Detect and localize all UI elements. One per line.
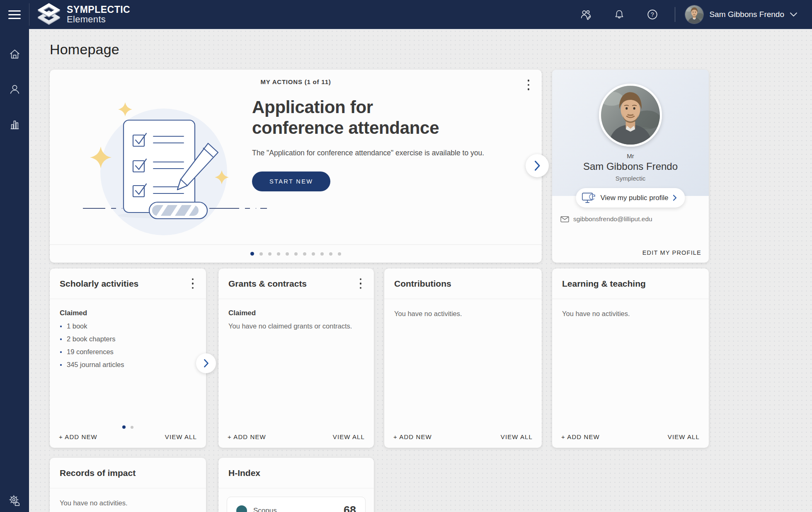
- my-actions-card: MY ACTIONS (1 of 11): [50, 70, 542, 263]
- impersonate-icon: [580, 9, 591, 20]
- my-actions-menu-button[interactable]: [525, 77, 532, 93]
- card-title: Records of impact: [60, 468, 136, 478]
- left-sidebar: [0, 29, 29, 512]
- user-name: Sam Gibbons Frendo: [709, 10, 784, 19]
- carousel-dot[interactable]: [268, 252, 271, 256]
- page-title: Homepage: [50, 41, 119, 58]
- email-envelope-icon: [560, 216, 569, 222]
- add-new-button[interactable]: + ADD NEW: [561, 433, 600, 440]
- empty-state-text: You have no claimed grants or contracts.: [228, 321, 353, 331]
- carousel-dot[interactable]: [294, 252, 298, 256]
- carousel-next-button[interactable]: [526, 154, 549, 177]
- user-avatar: [685, 5, 703, 24]
- notifications-bell-icon: [614, 9, 625, 20]
- list-item: 19 conferences: [60, 348, 196, 356]
- user-avatar-photo: [685, 5, 703, 24]
- profile-header: Mr Sam Gibbons Frendo Symplectic: [552, 70, 709, 196]
- view-all-button[interactable]: VIEW ALL: [165, 433, 197, 440]
- menu-button[interactable]: [0, 0, 29, 29]
- list-item: 2 book chapters: [60, 335, 196, 343]
- help-icon: ?: [647, 9, 658, 20]
- view-all-button[interactable]: VIEW ALL: [668, 433, 700, 440]
- profile-card: Mr Sam Gibbons Frendo Symplectic View my…: [552, 70, 709, 263]
- profile-email-row: sgibbonsfrendo@lilliput.edu: [560, 215, 652, 223]
- metric-value: 68: [344, 504, 356, 512]
- view-public-profile-button[interactable]: View my public profile: [576, 188, 685, 208]
- card-title: H-Index: [228, 468, 260, 478]
- chevron-right-icon: [535, 161, 540, 171]
- carousel-dot[interactable]: [259, 252, 263, 256]
- symplectic-logo-icon: [37, 2, 61, 27]
- card-title: Scholarly activities: [60, 279, 138, 289]
- logo-subtitle: Elements: [67, 15, 130, 24]
- h-index-card: H-Index Scopus 68: [218, 458, 374, 512]
- carousel-dot[interactable]: [329, 252, 332, 256]
- reporting-bar-chart-icon: [9, 119, 20, 130]
- top-header: SYMPLECTIC Elements ?: [0, 0, 812, 29]
- records-of-impact-card: Records of impact You have no activities…: [50, 458, 206, 512]
- logo-title: SYMPLECTIC: [67, 5, 130, 14]
- card-menu-button[interactable]: [357, 276, 364, 292]
- contributions-card: Contributions You have no activities. + …: [384, 268, 542, 448]
- carousel-dot[interactable]: [286, 252, 289, 256]
- impersonate-button[interactable]: [569, 9, 603, 20]
- profile-avatar: [599, 84, 662, 147]
- add-new-button[interactable]: + ADD NEW: [228, 433, 266, 440]
- carousel-dot[interactable]: [312, 252, 315, 256]
- edit-profile-button[interactable]: EDIT MY PROFILE: [642, 249, 701, 256]
- public-profile-monitor-icon: [582, 192, 596, 203]
- section-heading: Claimed: [228, 309, 364, 317]
- empty-state-text: You have no activities.: [394, 309, 519, 319]
- metric-source: Scopus: [253, 507, 344, 512]
- scholarly-activities-card: Scholarly activities Claimed 1 book2 boo…: [50, 268, 206, 448]
- chevron-right-icon: [204, 359, 208, 367]
- scopus-dot-icon: [236, 505, 247, 512]
- svg-text:?: ?: [651, 11, 654, 18]
- list-item: 345 journal articles: [60, 361, 196, 369]
- profile-salutation: Mr: [552, 152, 709, 159]
- help-button[interactable]: ?: [636, 9, 669, 20]
- profile-email: sgibbonsfrendo@lilliput.edu: [573, 215, 652, 223]
- learning-teaching-card: Learning & teaching You have no activiti…: [552, 268, 709, 448]
- start-new-button[interactable]: START NEW: [252, 171, 330, 191]
- checklist-illustration: [83, 87, 274, 244]
- carousel-dot[interactable]: [303, 252, 306, 256]
- sidebar-item-home[interactable]: [0, 48, 29, 60]
- add-new-button[interactable]: + ADD NEW: [393, 433, 432, 440]
- card-menu-button[interactable]: [189, 276, 196, 292]
- profile-person-icon: [9, 84, 20, 95]
- profile-avatar-photo: [601, 86, 660, 145]
- action-content: Application for conference attendance Th…: [252, 97, 492, 191]
- empty-state-text: You have no activities.: [60, 498, 184, 508]
- carousel-dots: [50, 244, 542, 263]
- user-menu[interactable]: Sam Gibbons Frendo: [679, 5, 797, 24]
- action-description: The "Application for conference attendan…: [252, 149, 492, 157]
- sidebar-item-reporting[interactable]: [0, 118, 29, 130]
- view-all-button[interactable]: VIEW ALL: [501, 433, 533, 440]
- empty-state-text: You have no activities.: [562, 309, 686, 319]
- header-divider: [675, 7, 675, 22]
- sidebar-item-settings[interactable]: [0, 495, 29, 506]
- header-actions: ? Sam Gibbons Frendo: [569, 5, 812, 24]
- carousel-dot[interactable]: [338, 252, 341, 256]
- list-item: 1 book: [60, 322, 196, 330]
- app-logo[interactable]: SYMPLECTIC Elements: [37, 2, 130, 27]
- carousel-dot[interactable]: [250, 252, 254, 256]
- add-new-button[interactable]: + ADD NEW: [59, 433, 97, 440]
- action-title: Application for conference attendance: [252, 97, 459, 138]
- home-icon: [9, 48, 20, 60]
- carousel-dot[interactable]: [277, 252, 280, 256]
- settings-gear-icon: [9, 495, 20, 506]
- grants-contracts-card: Grants & contracts Claimed You have no c…: [218, 268, 374, 448]
- view-all-button[interactable]: VIEW ALL: [333, 433, 365, 440]
- profile-name: Sam Gibbons Frendo: [552, 161, 709, 172]
- sidebar-item-profile[interactable]: [0, 83, 29, 95]
- card-next-button[interactable]: [196, 353, 216, 373]
- h-index-metric[interactable]: Scopus 68: [227, 497, 366, 512]
- view-public-profile-label: View my public profile: [600, 194, 668, 202]
- section-heading: Claimed: [60, 309, 196, 317]
- carousel-dot[interactable]: [320, 252, 324, 256]
- card-title: Contributions: [394, 279, 451, 289]
- notifications-button[interactable]: [603, 9, 636, 20]
- card-title: Learning & teaching: [562, 279, 646, 289]
